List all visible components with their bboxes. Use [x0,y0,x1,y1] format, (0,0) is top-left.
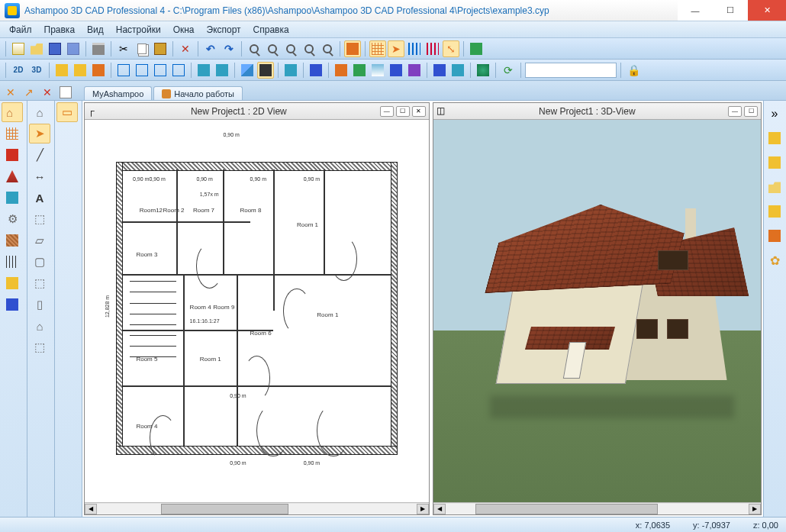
pointer-tool[interactable]: ➤ [29,124,50,143]
refresh-button[interactable]: ⟳ [500,62,517,79]
close-button[interactable]: ✕ [748,0,786,21]
materials-button[interactable] [282,62,299,79]
stairs-tool[interactable]: ⬚ [29,273,50,293]
camera-button[interactable] [406,62,423,79]
floor-up-button[interactable] [195,62,212,79]
gear-tool[interactable]: ⚙ [2,209,23,229]
column-tool[interactable]: ▯ [29,295,50,314]
grid-button[interactable] [369,40,386,57]
view-3d-scrollbar[interactable]: ◀▶ [433,502,761,514]
zoom-out-button[interactable] [264,40,281,57]
paste-button[interactable] [152,40,169,57]
folder-icon[interactable] [765,177,784,197]
cut-button[interactable]: ✂ [115,40,132,57]
view-2d-scrollbar[interactable]: ◀▶ [85,502,429,514]
terrain-button[interactable] [351,62,368,79]
tool-wand-icon[interactable]: ✕ [40,85,55,100]
zoom-actual-button[interactable] [319,40,336,57]
delete-button[interactable]: ✕ [177,40,194,57]
tag-icon[interactable] [765,202,784,221]
select-button[interactable]: ➤ [388,40,404,57]
zoom-in-button[interactable] [246,40,263,57]
extrude-tool[interactable]: ⬚ [29,209,50,229]
object-tool[interactable] [2,273,23,293]
palette-icon[interactable] [765,226,784,246]
layer-dropdown[interactable] [525,63,617,78]
person-icon[interactable]: ✿ [765,250,784,270]
tool-wrench-icon[interactable]: ↗ [21,85,37,100]
ortho-button[interactable]: ⤡ [443,40,459,57]
door-tool[interactable]: ▢ [29,252,50,272]
walk-button[interactable] [431,62,448,79]
open-button[interactable] [28,40,45,57]
render-button[interactable] [239,62,256,79]
mode-2d-button[interactable]: 2D [10,62,27,79]
view-section-button[interactable] [90,62,107,79]
menu-windows[interactable]: Окна [167,23,201,37]
view-2d-close[interactable]: ✕ [412,106,426,117]
menu-export[interactable]: Экспорт [201,23,247,37]
view-2d-min[interactable]: — [380,106,394,117]
window-tool[interactable] [2,188,23,208]
layout-4-button[interactable] [170,62,187,79]
view-2d-max[interactable]: ☐ [396,106,410,117]
layout-2v-button[interactable] [152,62,169,79]
minimize-button[interactable]: — [678,0,713,21]
flight-button[interactable] [449,62,466,79]
beam-tool[interactable]: ⌂ [29,316,50,336]
view-plan-button[interactable] [53,62,70,79]
tool-hammer-icon[interactable]: ✕ [3,85,18,100]
tool-doc-icon[interactable] [58,85,73,100]
print-button[interactable] [90,40,107,57]
chevron-right-icon[interactable]: » [765,104,784,124]
texture-tool[interactable] [2,231,23,250]
text-tool[interactable]: A [29,188,50,208]
view-2d-content[interactable]: Room12 Room 2 Room 3 Room 7 Room 8 Room … [85,120,429,502]
roof-tool[interactable] [2,166,23,186]
undo-button[interactable]: ↶ [202,40,219,57]
view-3d-min[interactable]: — [728,106,742,117]
pan-button[interactable] [344,40,361,57]
color-button[interactable] [308,62,324,79]
menu-edit[interactable]: Правка [38,23,82,37]
save-button[interactable] [47,40,63,57]
zoom-fit-button[interactable] [282,40,299,57]
measure-button[interactable] [468,40,485,57]
slab-tool[interactable]: ⬚ [29,337,50,357]
line-tool[interactable]: ╱ [29,145,50,165]
menu-file[interactable]: Файл [3,23,38,37]
tab-myashampoo[interactable]: MyAshampoo [84,86,152,100]
wall-line-tool[interactable]: ▱ [29,231,50,250]
dimension-tool[interactable]: ↔ [29,166,50,186]
fence-tool[interactable] [2,252,23,272]
grid-tool[interactable] [2,124,23,143]
globe-button[interactable] [475,62,491,79]
copy-button[interactable] [134,40,150,57]
guides-button[interactable] [424,40,441,57]
trees-button[interactable] [388,62,404,79]
sky-button[interactable] [369,62,386,79]
layout-2h-button[interactable] [134,62,150,79]
menu-settings[interactable]: Настройки [110,23,167,37]
menu-help[interactable]: Справка [247,23,295,37]
wall-tool[interactable]: ⌂ [2,102,23,122]
catalog2-icon[interactable] [765,153,784,172]
mode-3d-button[interactable]: 3D [28,62,45,79]
redo-button[interactable]: ↷ [221,40,237,57]
snap-button[interactable] [406,40,423,57]
lock-button[interactable]: 🔒 [625,62,642,79]
maximize-button[interactable]: ☐ [713,0,748,21]
view-3d-max[interactable]: ☐ [744,106,758,117]
layout-1-button[interactable] [115,62,132,79]
view-3d-content[interactable] [433,120,761,502]
shade-button[interactable] [257,62,274,79]
sun-button[interactable] [333,62,350,79]
menu-view[interactable]: Вид [81,23,110,37]
view-elev-button[interactable] [72,62,89,79]
catalog-icon[interactable] [765,128,784,148]
solid-tool[interactable] [2,295,23,314]
floor-down-button[interactable] [214,62,230,79]
zoom-window-button[interactable] [301,40,317,57]
draw-mode-1[interactable]: ▭ [56,102,78,122]
floor-tool[interactable] [2,145,23,165]
